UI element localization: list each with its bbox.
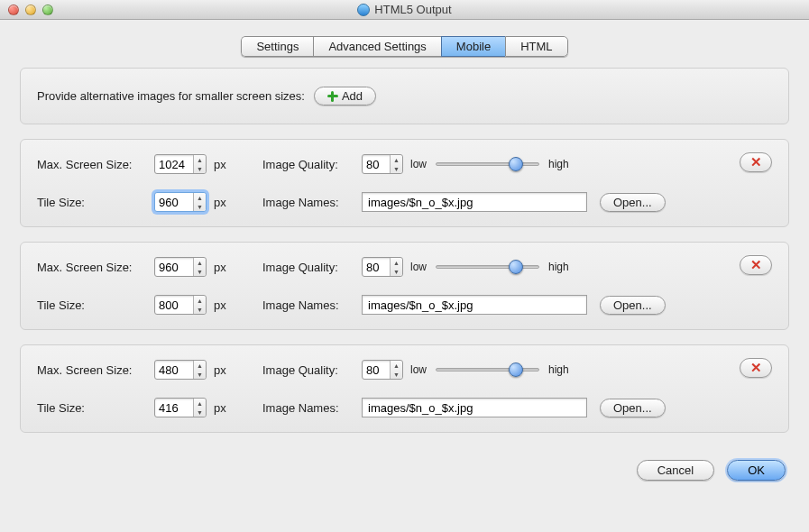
dialog-footer: Cancel OK (0, 447, 809, 481)
cancel-button[interactable]: Cancel (637, 460, 714, 481)
image-quality-label: Image Quality: (262, 363, 362, 377)
open-button[interactable]: Open... (600, 193, 666, 212)
image-names-input[interactable] (362, 295, 587, 315)
image-quality-stepper[interactable]: ▲▼ (362, 257, 403, 277)
tab-mobile[interactable]: Mobile (441, 36, 505, 57)
max-screen-size-input[interactable] (155, 258, 193, 276)
app-icon (357, 4, 370, 16)
stepper-arrows[interactable]: ▲▼ (193, 361, 206, 379)
tile-size-stepper[interactable]: ▲▼ (154, 295, 207, 315)
entry-panel: ✕Max. Screen Size:▲▼pxImage Quality:▲▼lo… (20, 242, 789, 330)
tab-settings[interactable]: Settings (241, 36, 313, 57)
max-screen-size-stepper[interactable]: ▲▼ (154, 360, 207, 380)
slider-thumb[interactable] (509, 362, 523, 377)
delete-icon: ✕ (750, 360, 762, 376)
window-titlebar: HTML5 Output (0, 0, 809, 20)
tile-size-input[interactable] (155, 399, 193, 417)
delete-button[interactable]: ✕ (740, 255, 772, 275)
unit-label: px (214, 158, 235, 171)
entry-panel: ✕Max. Screen Size:▲▼pxImage Quality:▲▼lo… (20, 139, 789, 227)
tile-size-input[interactable] (155, 296, 193, 314)
tab-bar: SettingsAdvanced SettingsMobileHTML (0, 36, 809, 57)
image-quality-input[interactable] (363, 155, 390, 173)
image-quality-input[interactable] (363, 258, 390, 276)
tab-html[interactable]: HTML (505, 36, 567, 57)
unit-label: px (214, 261, 235, 274)
add-button-label: Add (342, 89, 363, 103)
delete-button[interactable]: ✕ (740, 152, 772, 172)
slider-thumb[interactable] (509, 260, 523, 274)
max-screen-size-stepper[interactable]: ▲▼ (154, 257, 207, 277)
stepper-arrows[interactable]: ▲▼ (390, 361, 402, 379)
image-quality-stepper[interactable]: ▲▼ (362, 154, 403, 174)
tile-size-label: Tile Size: (37, 401, 154, 415)
image-names-label: Image Names: (262, 196, 362, 209)
quality-low-label: low (410, 158, 427, 170)
image-names-label: Image Names: (262, 401, 362, 415)
max-screen-size-label: Max. Screen Size: (37, 363, 154, 377)
image-names-input[interactable] (362, 192, 587, 212)
quality-slider[interactable] (436, 265, 539, 269)
tile-size-stepper[interactable]: ▲▼ (154, 192, 207, 212)
ok-button[interactable]: OK (727, 460, 786, 481)
image-quality-label: Image Quality: (262, 158, 362, 171)
header-panel: Provide alternative images for smaller s… (20, 68, 789, 124)
tile-size-stepper[interactable]: ▲▼ (154, 398, 207, 417)
stepper-arrows[interactable]: ▲▼ (193, 193, 206, 211)
unit-label: px (214, 196, 235, 209)
stepper-arrows[interactable]: ▲▼ (390, 155, 402, 173)
stepper-arrows[interactable]: ▲▼ (193, 258, 206, 276)
delete-button[interactable]: ✕ (740, 358, 772, 378)
window-title-text: HTML5 Output (374, 3, 451, 16)
quality-low-label: low (410, 261, 427, 273)
open-button[interactable]: Open... (600, 399, 666, 417)
stepper-arrows[interactable]: ▲▼ (193, 155, 206, 173)
quality-slider[interactable] (436, 162, 539, 166)
stepper-arrows[interactable]: ▲▼ (193, 399, 206, 417)
tile-size-label: Tile Size: (37, 298, 154, 312)
stepper-arrows[interactable]: ▲▼ (193, 296, 206, 314)
quality-high-label: high (548, 261, 569, 273)
max-screen-size-input[interactable] (155, 155, 193, 173)
max-screen-size-input[interactable] (155, 361, 193, 379)
header-label: Provide alternative images for smaller s… (37, 89, 305, 103)
delete-icon: ✕ (750, 154, 762, 170)
max-screen-size-stepper[interactable]: ▲▼ (154, 154, 207, 174)
unit-label: px (214, 363, 235, 377)
unit-label: px (214, 298, 235, 312)
tile-size-input[interactable] (155, 193, 193, 211)
max-screen-size-label: Max. Screen Size: (37, 158, 154, 171)
delete-icon: ✕ (750, 257, 762, 273)
plus-icon (327, 91, 338, 102)
quality-high-label: high (548, 363, 569, 376)
image-quality-stepper[interactable]: ▲▼ (362, 360, 403, 380)
stepper-arrows[interactable]: ▲▼ (390, 258, 402, 276)
tab-advanced-settings[interactable]: Advanced Settings (313, 36, 440, 57)
image-quality-input[interactable] (363, 361, 390, 379)
window-title: HTML5 Output (0, 3, 809, 16)
max-screen-size-label: Max. Screen Size: (37, 261, 154, 274)
add-button[interactable]: Add (314, 87, 376, 105)
image-names-input[interactable] (362, 398, 587, 417)
open-button[interactable]: Open... (600, 296, 666, 315)
quality-high-label: high (548, 158, 569, 170)
slider-thumb[interactable] (509, 157, 523, 171)
tile-size-label: Tile Size: (37, 196, 154, 209)
quality-low-label: low (410, 363, 427, 376)
unit-label: px (214, 401, 235, 415)
image-names-label: Image Names: (262, 298, 362, 312)
quality-slider[interactable] (436, 368, 539, 371)
image-quality-label: Image Quality: (262, 261, 362, 274)
entry-panel: ✕Max. Screen Size:▲▼pxImage Quality:▲▼lo… (20, 344, 789, 433)
